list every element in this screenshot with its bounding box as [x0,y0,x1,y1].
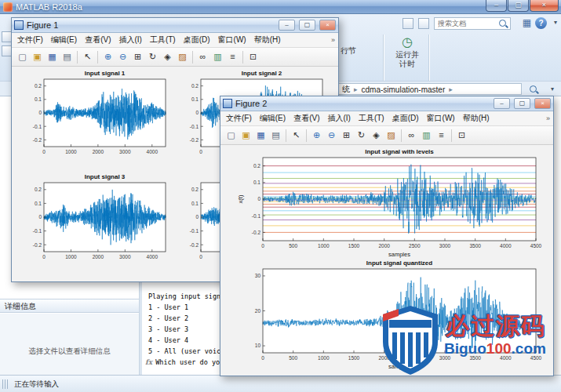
menu-item[interactable]: 编辑(E) [256,111,290,125]
menu-item[interactable]: 帮助(H) [459,111,494,125]
svg-text:0.2: 0.2 [191,83,199,89]
edit-cursor-icon[interactable]: ↖ [81,50,94,64]
menu-item[interactable]: 插入(I) [115,33,145,47]
svg-text:0.1: 0.1 [191,96,199,102]
menu-item[interactable]: 工具(T) [146,33,180,47]
toolstrip-separator [383,34,384,83]
link-plot-icon[interactable]: ∞ [196,50,209,64]
zoom-out-icon[interactable]: ⊖ [116,50,129,64]
menu-item[interactable]: 窗口(W) [423,111,459,125]
print-icon[interactable]: ▤ [269,129,282,142]
toolstrip-mini-icon[interactable] [418,18,429,29]
menu-item[interactable]: 窗口(W) [214,33,250,47]
svg-text:500: 500 [289,355,297,361]
svg-text:0: 0 [42,149,46,154]
menu-item[interactable]: 文件(F) [222,111,256,125]
edit-cursor-icon[interactable]: ↖ [290,129,303,142]
dock-figure-icon[interactable]: ⊡ [246,50,260,64]
breadcrumb-folder[interactable]: cdma-simulation-master [362,85,446,94]
zoom-out-icon[interactable]: ⊖ [325,129,338,142]
svg-text:3000: 3000 [119,254,131,260]
new-figure-icon[interactable]: ▢ [224,129,238,142]
folder-search-icon[interactable] [528,84,539,95]
svg-text:1000: 1000 [65,254,77,260]
figure2-titlebar[interactable]: Figure 2 – ▢ × [220,96,553,111]
figure1-titlebar[interactable]: Figure 1 – ▢ × [12,18,338,33]
watermark-site-prefix: Biguo [444,340,486,357]
svg-text:0: 0 [257,196,260,201]
insert-legend-icon[interactable]: ≡ [226,50,239,64]
link-plot-icon[interactable]: ∞ [405,129,418,142]
pan-icon[interactable]: ⊞ [340,129,353,142]
svg-text:3000: 3000 [439,243,451,249]
save-icon[interactable]: ▦ [46,50,59,64]
watermark-title: 必过源码 [446,310,546,343]
zoom-in-icon[interactable]: ⊕ [101,50,115,64]
brush-icon[interactable]: ▨ [176,50,189,64]
svg-text:3500: 3500 [469,243,481,249]
rotate-3d-icon[interactable]: ↻ [355,129,368,142]
menu-item[interactable]: 桌面(D) [180,33,214,47]
print-icon[interactable]: ▤ [60,50,74,64]
zoom-in-icon[interactable]: ⊕ [310,129,323,142]
open-file-icon[interactable]: ▣ [239,129,253,142]
help-icon[interactable]: ? [535,17,547,29]
run-section-label: 行节 [341,45,356,56]
menu-item[interactable]: 插入(I) [323,111,354,125]
brush-icon[interactable]: ▨ [384,129,398,142]
apps-grid-icon[interactable]: ▦ [523,17,531,28]
close-button[interactable]: × [530,0,559,12]
open-file-icon[interactable]: ▣ [31,50,44,64]
toolbar-separator [306,129,307,142]
maximize-button[interactable]: ▢ [508,0,529,12]
close-button[interactable]: × [319,20,336,31]
menu-item[interactable]: 帮助(H) [250,33,285,47]
toolbar-separator [77,51,78,64]
menu-overflow-icon[interactable]: » [331,36,338,44]
dock-figure-icon[interactable]: ⊡ [455,129,468,142]
svg-text:0: 0 [38,214,42,220]
breadcrumb-prefix[interactable]: 统 [342,84,350,95]
minimize-button[interactable]: – [279,20,295,31]
svg-text:0: 0 [195,110,199,115]
menu-item[interactable]: 文件(F) [13,33,47,47]
svg-text:2500: 2500 [409,243,421,249]
pan-icon[interactable]: ⊞ [131,50,144,64]
data-cursor-icon[interactable]: ◈ [370,129,383,142]
details-panel-header[interactable]: 详细信息 [0,299,139,313]
figure2-toolbar: ▢▣▦▤↖⊕⊖⊞↻◈▨∞▥≡⊡ [220,126,553,145]
breadcrumb[interactable]: 统 ▸ cdma-simulation-master ▸ [342,84,453,95]
toolstrip-mini-icon[interactable] [403,18,413,29]
minimize-button[interactable]: – [494,98,510,109]
svg-text:2000: 2000 [93,149,104,154]
menu-item[interactable]: 桌面(D) [388,111,423,125]
svg-text:30: 30 [255,273,261,278]
toolstrip-collapse-icon[interactable]: ▾ [554,19,557,26]
statusbar-grip-icon[interactable] [2,379,9,389]
close-button[interactable]: × [534,98,551,109]
svg-text:0: 0 [42,254,46,260]
maximize-button[interactable]: ▢ [299,20,315,31]
menu-item[interactable]: 编辑(E) [47,33,81,47]
insert-colorbar-icon[interactable]: ▥ [420,129,433,142]
insert-legend-icon[interactable]: ≡ [435,129,448,142]
run-and-time-button[interactable]: ◷ 运行并 计时 [388,34,427,83]
svg-text:Input signal 3: Input signal 3 [85,173,126,180]
insert-colorbar-icon[interactable]: ▥ [211,50,224,64]
new-figure-icon[interactable]: ▢ [16,50,29,64]
menu-item[interactable]: 查看(V) [290,111,323,125]
data-cursor-icon[interactable]: ◈ [161,50,174,64]
menu-overflow-icon[interactable]: » [546,114,553,122]
svg-text:4000: 4000 [500,243,512,249]
minimize-button[interactable]: – [486,0,507,12]
function-hint-icon: fx [145,358,152,366]
address-dropdown-icon[interactable]: ▾ [551,85,554,93]
menu-item[interactable]: 工具(T) [355,111,388,125]
main-titlebar[interactable]: MATLAB R2018a [0,0,561,14]
save-icon[interactable]: ▦ [254,129,268,142]
menu-item[interactable]: 查看(V) [81,33,115,47]
rotate-3d-icon[interactable]: ↻ [146,50,159,64]
maximize-button[interactable]: ▢ [514,98,530,109]
search-icon[interactable] [497,18,508,29]
svg-text:0.1: 0.1 [191,201,199,206]
